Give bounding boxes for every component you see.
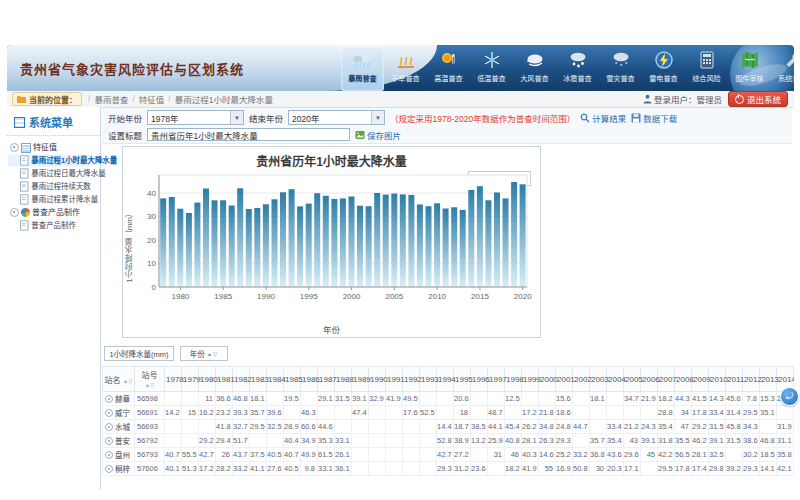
nav-item-label: 冰雹普查 <box>557 72 598 82</box>
column-header-year[interactable]: 1996 <box>471 367 488 392</box>
column-header-year[interactable]: 1998 <box>505 367 522 392</box>
save-disk-icon <box>631 113 641 123</box>
sidebar-item-1h-max-precip[interactable]: 暴雨过程1小时最大降水量 <box>8 154 93 166</box>
nav-item-high-temp[interactable]: 高温普查 <box>427 47 470 91</box>
low-temp-icon <box>470 50 513 72</box>
nav-item-drought[interactable]: 干旱普查 <box>384 47 427 91</box>
column-header-year[interactable]: 1980 <box>199 367 216 392</box>
save-image-button[interactable]: 保存图片 <box>355 129 401 141</box>
expand-icon[interactable] <box>105 409 113 417</box>
tree-toggle-icon[interactable] <box>10 143 19 152</box>
breadcrumb-item[interactable]: 暴雨过程1小时最大降水量 <box>175 93 273 105</box>
column-header-year[interactable]: 1999 <box>522 367 539 392</box>
column-header-year[interactable]: 1989 <box>352 367 369 392</box>
download-button[interactable]: 数据下载 <box>631 112 677 124</box>
column-header-year[interactable]: 1986 <box>301 367 318 392</box>
column-header-year[interactable]: 1978 <box>165 367 182 392</box>
nav-item-low-temp[interactable]: 低温普查 <box>470 47 513 91</box>
breadcrumb-item[interactable]: 暴雨普查 <box>94 93 128 105</box>
value-cell <box>760 420 777 434</box>
sidebar-item-label: 普查产品制作 <box>31 219 76 231</box>
value-cell <box>301 392 318 406</box>
nav-item-rainstorm[interactable]: 暴雨普查 <box>341 47 384 91</box>
sidebar-item-daily-max-precip[interactable]: 暴雨过程日最大降水量 <box>8 167 93 179</box>
nav-item-settings[interactable]: 系统设置 <box>771 47 794 91</box>
svg-text:*: * <box>625 61 628 67</box>
year-sort-box[interactable]: 年份 ▲▽ <box>180 346 228 361</box>
nav-item-lightning[interactable]: 雷电普查 <box>642 47 685 91</box>
column-header-year[interactable]: 2001 <box>556 367 573 392</box>
column-header-year[interactable]: 2009 <box>692 367 709 392</box>
column-header-year[interactable]: 2011 <box>726 367 743 392</box>
value-cell <box>165 434 182 448</box>
sidebar-item-product-making-item[interactable]: 普查产品制作 <box>8 219 93 231</box>
nav-item-wind[interactable]: 大风普查 <box>513 47 556 91</box>
column-header-year[interactable]: 2003 <box>590 367 607 392</box>
sidebar-item-duration-days[interactable]: 暴雨过程持续天数 <box>8 180 93 192</box>
column-header-year[interactable]: 1994 <box>437 367 454 392</box>
nav-item-map-review[interactable]: 图件审核 <box>728 47 771 91</box>
y-axis-label: 1小时降水量（mm） <box>124 209 135 283</box>
column-header-year[interactable]: 1987 <box>318 367 335 392</box>
column-header-year[interactable]: 1992 <box>403 367 420 392</box>
value-cell: 38.5 <box>471 420 488 434</box>
column-header-year[interactable]: 2002 <box>573 367 590 392</box>
value-cell: 28.8 <box>658 406 675 420</box>
column-header-year[interactable]: 1988 <box>335 367 352 392</box>
column-header-year[interactable]: 2013 <box>760 367 777 392</box>
calculate-button[interactable]: 计算结果 <box>580 112 626 124</box>
logout-button[interactable]: 退出系统 <box>728 91 788 107</box>
expand-icon[interactable] <box>105 451 113 459</box>
breadcrumb-item[interactable]: 特征值 <box>139 93 165 105</box>
nav-item-hail[interactable]: 冰雹普查 <box>556 47 599 91</box>
column-header-station-id[interactable]: 站号 ▲▽ <box>135 367 165 392</box>
column-header-year[interactable]: 1991 <box>386 367 403 392</box>
column-header-year[interactable]: 1984 <box>267 367 284 392</box>
column-header-year[interactable]: 1982 <box>233 367 250 392</box>
column-header-year[interactable]: 1993 <box>420 367 437 392</box>
column-header-year[interactable]: 1981 <box>216 367 233 392</box>
chart-title-input[interactable] <box>147 128 350 141</box>
column-header-year[interactable]: 2007 <box>658 367 675 392</box>
nav-item-snow[interactable]: ***雪灾普查 <box>599 47 642 91</box>
column-header-year[interactable]: 2006 <box>641 367 658 392</box>
value-cell <box>182 392 199 406</box>
column-header-year[interactable]: 1983 <box>250 367 267 392</box>
table-row: 威宁5669114.21516.223.239.335.739.646.347.… <box>103 406 795 420</box>
breadcrumb-separator: / <box>132 94 134 104</box>
nav-item-risk[interactable]: 综合风险 <box>685 47 728 91</box>
column-header-year[interactable]: 1979 <box>182 367 199 392</box>
expand-icon[interactable] <box>105 465 113 473</box>
value-cell: 34.7 <box>624 392 641 406</box>
column-header-year[interactable]: 2005 <box>624 367 641 392</box>
column-header-year[interactable]: 2008 <box>675 367 692 392</box>
tree-toggle-icon[interactable] <box>10 208 19 217</box>
expand-icon[interactable] <box>105 423 113 431</box>
column-header-year[interactable]: 2012 <box>743 367 760 392</box>
sidebar-item-accumulated-precip[interactable]: 暴雨过程累计降水量 <box>8 193 93 205</box>
sidebar-group-product-making[interactable]: 普查产品制作 <box>8 206 99 219</box>
column-header-year[interactable]: 1985 <box>284 367 301 392</box>
value-cell <box>471 392 488 406</box>
column-header-year[interactable]: 2000 <box>539 367 556 392</box>
expand-icon[interactable] <box>105 395 113 403</box>
value-cell <box>420 434 437 448</box>
value-cell: 17.2 <box>199 462 216 476</box>
expand-icon[interactable] <box>105 437 113 445</box>
column-header-year[interactable]: 1995 <box>454 367 471 392</box>
column-header-year[interactable]: 2010 <box>709 367 726 392</box>
value-cell: 37.5 <box>250 448 267 462</box>
start-year-select[interactable]: 1978年 ▼ <box>147 110 244 125</box>
value-cell: 29.5 <box>658 462 675 476</box>
end-year-select[interactable]: 2020年 ▼ <box>288 110 385 125</box>
column-header-station[interactable]: 站名 ▲▽ <box>103 367 135 392</box>
column-header-year[interactable]: 2004 <box>607 367 624 392</box>
metric-filter-box[interactable]: 1小时降水量(mm) <box>104 346 174 361</box>
column-header-year[interactable]: 1997 <box>488 367 505 392</box>
column-header-year[interactable]: 1990 <box>369 367 386 392</box>
value-cell: 38.6 <box>743 434 760 448</box>
value-cell: 31.2 <box>454 462 471 476</box>
sidebar-group-feature-values[interactable]: 特征值 <box>8 141 99 154</box>
svg-text:2020: 2020 <box>514 292 532 301</box>
floating-service-button[interactable]: ⤾ <box>780 387 799 406</box>
